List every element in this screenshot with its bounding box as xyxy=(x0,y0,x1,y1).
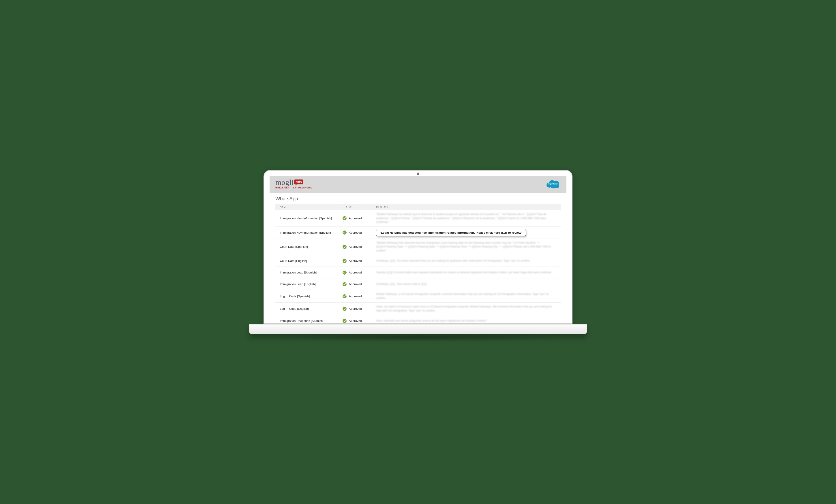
table-row[interactable]: Immigration Response [Spanish]ApprovedHo… xyxy=(276,315,560,323)
page-title: WhatsApp xyxy=(276,196,560,202)
message-cell: "Mobile Pathways ha detectó que la fecha… xyxy=(376,212,556,224)
status-cell: Approved xyxy=(343,319,376,323)
table-row[interactable]: Log In Code [Spanish]ApprovedMobile Path… xyxy=(276,290,560,303)
status-cell: Approved xyxy=(343,294,376,298)
template-name: Immigration New Information [Spanish] xyxy=(280,217,343,220)
message-text-blurred: Hello, my name is Francisco Lopez from a… xyxy=(376,305,556,313)
templates-table: NAME STATUS MESSAGE Immigration New Info… xyxy=(276,204,560,323)
app-header: mogli sms INTELLIGENT TEXT MESSAGING xyxy=(269,176,567,193)
status-cell: Approved xyxy=(343,282,376,286)
status-label: Approved xyxy=(349,259,362,263)
table-body: Immigration New Information [Spanish]App… xyxy=(276,210,560,323)
status-label: Approved xyxy=(349,294,362,298)
table-row[interactable]: Court Date [English]ApprovedGreetings, {… xyxy=(276,255,560,267)
template-name: Court Date [English] xyxy=(280,259,343,263)
brand-logo: mogli sms INTELLIGENT TEXT MESSAGING xyxy=(276,179,312,189)
status-cell: Approved xyxy=(343,216,376,220)
template-name: Log In Code [English] xyxy=(280,307,343,310)
check-icon xyxy=(343,231,346,235)
app-screen: mogli sms INTELLIGENT TEXT MESSAGING xyxy=(269,176,567,323)
brand-tagline: INTELLIGENT TEXT MESSAGING xyxy=(276,187,312,189)
message-text-callout: "Legal Helpline has detected new immigra… xyxy=(376,229,526,236)
brand-badge: sms xyxy=(294,179,303,185)
status-label: Approved xyxy=(349,231,362,234)
template-name: Immigration Lead [English] xyxy=(280,283,343,286)
laptop-base xyxy=(249,324,587,334)
status-label: Approved xyxy=(349,283,362,286)
laptop-lid: mogli sms INTELLIGENT TEXT MESSAGING xyxy=(264,170,572,324)
message-cell: Hello, my name is Francisco Lopez from a… xyxy=(376,305,556,313)
message-text-blurred: Greetings, {{1}}. You have indicated tha… xyxy=(376,259,556,263)
table-row[interactable]: Court Date [Spanish]Approved"Mobile Path… xyxy=(276,239,560,255)
status-cell: Approved xyxy=(343,245,376,249)
laptop-mockup: mogli sms INTELLIGENT TEXT MESSAGING xyxy=(264,170,572,334)
message-cell: "Legal Helpline has detected new immigra… xyxy=(376,229,556,236)
check-icon xyxy=(343,245,346,249)
check-icon xyxy=(343,271,346,275)
table-row[interactable]: Immigration Lead [English]ApprovedGreeti… xyxy=(276,278,560,290)
check-icon xyxy=(343,282,346,286)
table-row[interactable]: Log In Code [English]ApprovedHello, my n… xyxy=(276,303,560,315)
svg-text:salesforce: salesforce xyxy=(548,183,558,185)
camera-icon xyxy=(417,173,419,175)
status-label: Approved xyxy=(349,319,362,323)
message-text-blurred: Hola. Indicaste que tienes preguntas ace… xyxy=(376,319,556,323)
message-cell: Hola. Indicaste que tienes preguntas ace… xyxy=(376,319,556,323)
status-label: Approved xyxy=(349,217,362,220)
status-label: Approved xyxy=(349,307,362,310)
message-text-blurred: Saludos {{1}}! Si usted indicó que requi… xyxy=(376,271,556,275)
check-icon xyxy=(343,307,346,311)
template-name: Immigration Response [Spanish] xyxy=(280,319,343,323)
template-name: Immigration New Information [English] xyxy=(280,231,343,234)
status-cell: Approved xyxy=(343,307,376,311)
message-text-blurred: "Mobile Pathways has detected that the i… xyxy=(376,241,556,253)
col-header-status: STATUS xyxy=(343,206,376,208)
message-cell: "Mobile Pathways has detected that the i… xyxy=(376,241,556,253)
status-cell: Approved xyxy=(343,271,376,275)
template-name: Immigration Lead [Spanish] xyxy=(280,271,343,274)
check-icon xyxy=(343,216,346,220)
message-text-blurred: "Mobile Pathways ha detectó que la fecha… xyxy=(376,212,556,224)
status-label: Approved xyxy=(349,271,362,274)
status-cell: Approved xyxy=(343,231,376,235)
table-row[interactable]: Immigration Lead [Spanish]ApprovedSaludo… xyxy=(276,267,560,278)
template-name: Log In Code [Spanish] xyxy=(280,294,343,298)
col-header-name: NAME xyxy=(280,206,343,208)
message-cell: Saludos {{1}}! Si usted indicó que requi… xyxy=(376,271,556,275)
check-icon xyxy=(343,259,346,263)
check-icon xyxy=(343,319,346,323)
template-name: Court Date [Spanish] xyxy=(280,245,343,248)
message-text-blurred: Mobile Pathways, a US based immigration … xyxy=(376,292,556,300)
message-cell: Mobile Pathways, a US based immigration … xyxy=(376,292,556,300)
message-text-blurred: Greetings, {{1}}. Your secret code is {{… xyxy=(376,282,556,286)
message-cell: Greetings, {{1}}. Your secret code is {{… xyxy=(376,282,556,286)
table-row[interactable]: Immigration New Information [English]App… xyxy=(276,227,560,239)
status-label: Approved xyxy=(349,245,362,248)
salesforce-logo: salesforce xyxy=(545,179,560,189)
table-row[interactable]: Immigration New Information [Spanish]App… xyxy=(276,210,560,227)
brand-name: mogli xyxy=(276,179,294,186)
message-cell: Greetings, {{1}}. You have indicated tha… xyxy=(376,259,556,263)
content-area: WhatsApp NAME STATUS MESSAGE Immigration… xyxy=(269,193,567,323)
table-header-row: NAME STATUS MESSAGE xyxy=(276,204,560,210)
check-icon xyxy=(343,294,346,298)
status-cell: Approved xyxy=(343,259,376,263)
col-header-message: MESSAGE xyxy=(376,206,556,208)
